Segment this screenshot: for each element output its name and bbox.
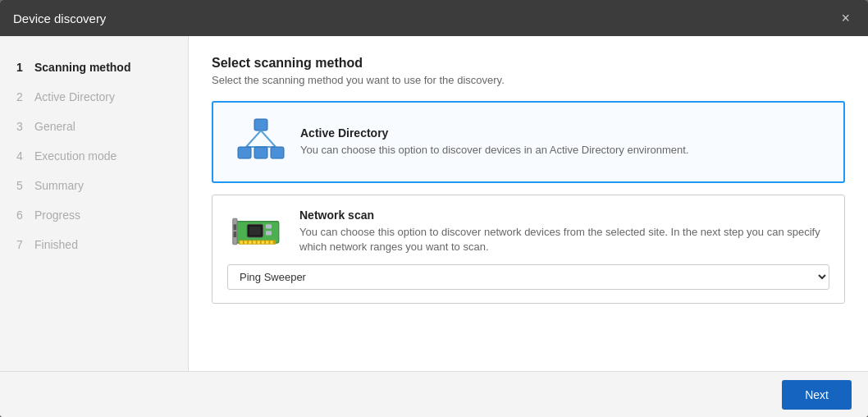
svg-rect-4 (238, 147, 251, 158)
dialog-footer: Next (0, 371, 868, 417)
option-card-network-scan[interactable]: Network scan You can choose this option … (212, 195, 845, 304)
svg-line-1 (246, 131, 261, 147)
step-number-7: 7 (16, 238, 28, 251)
option-card-active-directory[interactable]: Active Directory You can choose this opt… (212, 101, 845, 183)
sidebar-item-execution-mode[interactable]: 4 Execution mode (0, 141, 188, 171)
svg-rect-23 (234, 231, 237, 237)
network-scan-card-info: Network scan You can choose this option … (293, 208, 829, 254)
sidebar-label-1: Scanning method (34, 61, 130, 74)
step-number-1: 1 (16, 61, 28, 74)
svg-rect-15 (266, 241, 269, 245)
svg-rect-12 (253, 241, 256, 245)
svg-rect-18 (249, 227, 261, 236)
sidebar-item-scanning-method[interactable]: 1 Scanning method (0, 53, 188, 82)
active-directory-card-title: Active Directory (300, 126, 829, 140)
next-button[interactable]: Next (782, 380, 852, 410)
svg-rect-16 (270, 241, 273, 245)
dialog-body: 1 Scanning method 2 Active Directory 3 G… (0, 36, 868, 371)
step-number-6: 6 (16, 208, 28, 222)
svg-rect-0 (254, 119, 267, 131)
section-title: Select scanning method (212, 56, 845, 71)
sidebar-item-general[interactable]: 3 General (0, 112, 188, 141)
sidebar-item-finished[interactable]: 7 Finished (0, 230, 188, 259)
sidebar: 1 Scanning method 2 Active Directory 3 G… (0, 36, 189, 371)
dialog-header: Device discovery × (0, 0, 868, 36)
active-directory-card-desc: You can choose this option to discover d… (300, 143, 829, 158)
step-number-3: 3 (16, 120, 28, 133)
section-subtitle: Select the scanning method you want to u… (212, 74, 845, 86)
network-card-icon (231, 210, 289, 253)
sidebar-label-4: Execution mode (34, 149, 116, 163)
sidebar-label-3: General (34, 120, 75, 133)
network-card-dropdown-area: Ping Sweeper WMI Scan SNMP Scan (227, 264, 829, 290)
svg-rect-5 (254, 147, 267, 158)
active-directory-icon (235, 116, 287, 168)
svg-rect-22 (234, 224, 237, 230)
step-number-4: 4 (16, 149, 28, 163)
step-number-5: 5 (16, 179, 28, 192)
sidebar-label-5: Summary (34, 179, 84, 192)
sidebar-item-progress[interactable]: 6 Progress (0, 200, 188, 230)
device-discovery-dialog: Device discovery × 1 Scanning method 2 A… (0, 0, 868, 417)
svg-rect-14 (262, 241, 265, 245)
network-card-top: Network scan You can choose this option … (227, 208, 829, 254)
svg-line-2 (261, 131, 276, 147)
svg-rect-20 (266, 231, 272, 235)
sidebar-label-2: Active Directory (34, 90, 115, 103)
active-directory-card-info: Active Directory You can choose this opt… (294, 126, 829, 158)
sidebar-item-active-directory[interactable]: 2 Active Directory (0, 82, 188, 112)
svg-rect-9 (240, 241, 244, 245)
sidebar-label-7: Finished (34, 238, 78, 251)
svg-rect-11 (249, 241, 252, 245)
network-scan-icon-area (227, 210, 293, 253)
scan-method-dropdown[interactable]: Ping Sweeper WMI Scan SNMP Scan (227, 264, 829, 290)
svg-rect-19 (266, 224, 272, 228)
main-content: Select scanning method Select the scanni… (189, 36, 868, 371)
network-scan-card-title: Network scan (299, 208, 829, 222)
close-button[interactable]: × (836, 9, 855, 27)
dialog-title: Device discovery (13, 11, 106, 25)
svg-rect-6 (271, 147, 284, 158)
svg-rect-10 (244, 241, 248, 245)
sidebar-item-summary[interactable]: 5 Summary (0, 171, 188, 200)
step-number-2: 2 (16, 90, 28, 103)
svg-rect-13 (258, 241, 261, 245)
sidebar-label-6: Progress (34, 208, 80, 222)
network-scan-card-desc: You can choose this option to discover n… (299, 225, 829, 254)
active-directory-icon-area (228, 116, 294, 168)
